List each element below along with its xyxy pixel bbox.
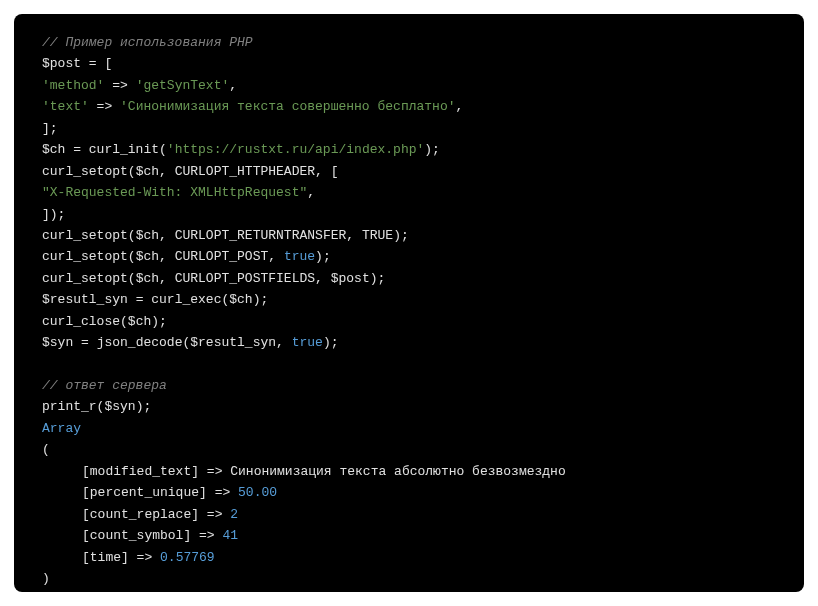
code-line: ];: [42, 118, 776, 139]
code-line: [time] => 0.57769: [42, 547, 776, 568]
code-line: [count_symbol] => 41: [42, 525, 776, 546]
code-line: [percent_unique] => 50.00: [42, 482, 776, 503]
comment: // ответ сервера: [42, 378, 167, 393]
code-line: 'text' => 'Синонимизация текста совершен…: [42, 96, 776, 117]
code-line: curl_setopt($ch, CURLOPT_POST, true);: [42, 246, 776, 267]
code-line: curl_close($ch);: [42, 311, 776, 332]
code-line: // ответ сервера: [42, 375, 776, 396]
code-line: (: [42, 439, 776, 460]
code-line: ]);: [42, 204, 776, 225]
code-line: ): [42, 568, 776, 589]
code-line: curl_setopt($ch, CURLOPT_POSTFIELDS, $po…: [42, 268, 776, 289]
code-line: "X-Requested-With: XMLHttpRequest",: [42, 182, 776, 203]
code-line: $post = [: [42, 53, 776, 74]
code-line: curl_setopt($ch, CURLOPT_HTTPHEADER, [: [42, 161, 776, 182]
code-line: // Пример использования PHP: [42, 32, 776, 53]
code-line: $resutl_syn = curl_exec($ch);: [42, 289, 776, 310]
code-line: [modified_text] => Синонимизация текста …: [42, 461, 776, 482]
code-line: [42, 354, 776, 375]
code-line: curl_setopt($ch, CURLOPT_RETURNTRANSFER,…: [42, 225, 776, 246]
code-line: Array: [42, 418, 776, 439]
code-line: print_r($syn);: [42, 396, 776, 417]
code-block: // Пример использования PHP $post = [ 'm…: [14, 14, 804, 592]
comment: // Пример использования PHP: [42, 35, 253, 50]
code-line: $syn = json_decode($resutl_syn, true);: [42, 332, 776, 353]
code-line: $ch = curl_init('https://rustxt.ru/api/i…: [42, 139, 776, 160]
code-line: 'method' => 'getSynText',: [42, 75, 776, 96]
code-line: [count_replace] => 2: [42, 504, 776, 525]
